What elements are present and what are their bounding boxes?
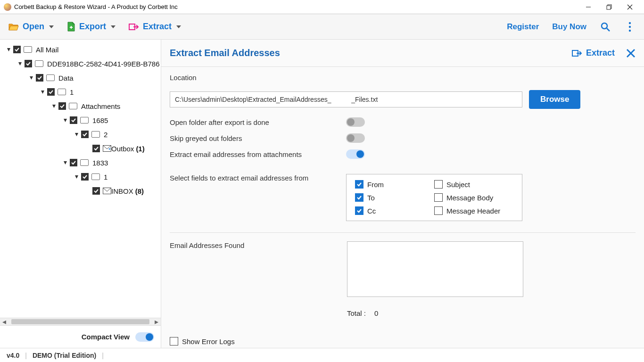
- panel-close-button[interactable]: [626, 49, 636, 58]
- tree-checkbox[interactable]: [25, 60, 32, 67]
- open-menu[interactable]: Open: [8, 22, 54, 32]
- folder-tree[interactable]: All MailDDE918BC-2582-4D41-99EB-B786Data…: [0, 40, 161, 318]
- expand-toggle-icon[interactable]: [28, 75, 34, 81]
- minimize-button[interactable]: [578, 0, 599, 14]
- option-toggle[interactable]: [346, 149, 365, 159]
- item-count: (8): [135, 187, 144, 195]
- tree-checkbox[interactable]: [70, 159, 77, 166]
- register-link[interactable]: Register: [507, 22, 539, 32]
- caret-down-icon: [49, 25, 54, 28]
- scroll-right-icon[interactable]: ▸: [152, 318, 161, 325]
- inbox-icon: [103, 188, 111, 194]
- tree-node[interactable]: 1833: [0, 156, 161, 170]
- scroll-thumb[interactable]: [11, 319, 149, 324]
- tree-node[interactable]: Data: [0, 71, 161, 85]
- tree-checkbox[interactable]: [58, 102, 66, 110]
- svg-point-6: [602, 23, 607, 29]
- expand-toggle-icon[interactable]: [40, 89, 45, 95]
- checkbox-icon: [355, 180, 363, 189]
- tree-node[interactable]: 2: [0, 127, 161, 141]
- outbox-icon: [103, 145, 111, 152]
- tree-horizontal-scrollbar[interactable]: ◂ ▸: [0, 318, 161, 325]
- version-label: v4.0: [7, 352, 19, 359]
- panel-title: Extract Email Addresses: [170, 48, 280, 58]
- tree-node[interactable]: All Mail: [0, 42, 161, 57]
- expand-toggle-icon[interactable]: [51, 103, 57, 109]
- maximize-button[interactable]: [599, 0, 619, 14]
- option-label: Skip greyed out folders: [170, 134, 346, 142]
- folder-tree-sidebar: All MailDDE918BC-2582-4D41-99EB-B786Data…: [0, 40, 161, 348]
- header-extract-label: Extract: [586, 48, 615, 58]
- option-toggle[interactable]: [346, 117, 365, 127]
- svg-rect-2: [607, 6, 611, 9]
- field-checkbox[interactable]: Message Header: [434, 206, 513, 215]
- header-extract-button[interactable]: Extract: [572, 48, 615, 58]
- field-checkbox[interactable]: From: [355, 180, 434, 189]
- field-label: From: [367, 181, 384, 189]
- tree-node[interactable]: 1685: [0, 113, 161, 127]
- tree-node[interactable]: 1: [0, 170, 161, 184]
- folder-icon: [80, 159, 89, 166]
- buy-now-link[interactable]: Buy Now: [552, 22, 586, 32]
- folder-icon: [91, 173, 100, 180]
- field-checkbox[interactable]: Subject: [434, 180, 513, 189]
- folder-icon: [58, 89, 66, 95]
- more-menu[interactable]: [624, 21, 636, 33]
- browse-button[interactable]: Browse: [529, 90, 580, 109]
- tree-node-label: 1833: [92, 159, 108, 167]
- tree-node-label: 1: [104, 173, 107, 181]
- close-window-button[interactable]: [619, 0, 640, 14]
- expand-toggle-icon[interactable]: [74, 132, 79, 137]
- extract-menu[interactable]: Extract: [129, 22, 181, 32]
- tree-checkbox[interactable]: [81, 131, 89, 138]
- location-input[interactable]: [170, 91, 522, 107]
- folder-icon: [24, 46, 32, 53]
- tree-checkbox[interactable]: [81, 173, 89, 181]
- field-label: To: [367, 194, 375, 202]
- tree-checkbox[interactable]: [13, 46, 21, 53]
- extract-label: Extract: [143, 22, 172, 32]
- tree-checkbox[interactable]: [47, 88, 55, 96]
- field-label: Message Body: [446, 194, 493, 202]
- expand-toggle-icon[interactable]: [74, 174, 79, 180]
- checkbox-icon: [355, 206, 363, 215]
- show-error-logs-checkbox[interactable]: Show Error Logs: [170, 337, 235, 346]
- tree-node[interactable]: 1: [0, 85, 161, 99]
- compact-view-label: Compact View: [82, 333, 130, 341]
- field-checkbox[interactable]: Message Body: [434, 193, 513, 202]
- option-row: Extract email addresses from attachments: [170, 149, 636, 159]
- expand-toggle-icon[interactable]: [62, 117, 68, 123]
- tree-node-label: DDE918BC-2582-4D41-99EB-B786: [47, 60, 159, 68]
- tree-checkbox[interactable]: [36, 74, 43, 82]
- svg-line-7: [607, 28, 610, 31]
- tree-node[interactable]: INBOX (8): [0, 184, 161, 198]
- tree-checkbox[interactable]: [92, 145, 100, 152]
- option-toggle[interactable]: [346, 133, 365, 143]
- field-checkbox[interactable]: To: [355, 193, 434, 202]
- field-checkbox[interactable]: Cc: [355, 206, 434, 215]
- option-label: Open folder after export is done: [170, 118, 346, 126]
- tree-node[interactable]: DDE918BC-2582-4D41-99EB-B786: [0, 57, 161, 71]
- tree-node[interactable]: Attachments: [0, 99, 161, 113]
- expand-toggle-icon[interactable]: [62, 160, 68, 165]
- file-export-icon: [67, 22, 75, 32]
- found-addresses-list[interactable]: [347, 241, 523, 297]
- expand-toggle-icon[interactable]: [6, 47, 11, 52]
- fields-checkbox-group: FromSubjectToMessage BodyCcMessage Heade…: [346, 174, 522, 221]
- export-menu[interactable]: Export: [67, 22, 116, 32]
- search-button[interactable]: [600, 21, 611, 33]
- tree-node-label: All Mail: [36, 46, 58, 54]
- compact-view-toggle[interactable]: [135, 332, 154, 342]
- checkbox-icon: [434, 206, 443, 215]
- tree-checkbox[interactable]: [70, 116, 77, 124]
- tree-node-label: Attachments: [81, 102, 120, 110]
- title-bar: Corbett Backup & Restore Wizard - A Prod…: [0, 0, 644, 14]
- panel-header: Extract Email Addresses Extract: [161, 40, 644, 67]
- checkbox-icon: [434, 193, 443, 202]
- edition-label: DEMO (Trial Edition): [33, 352, 96, 359]
- tree-checkbox[interactable]: [92, 187, 100, 195]
- checkbox-icon: [434, 180, 443, 189]
- scroll-left-icon[interactable]: ◂: [0, 318, 8, 325]
- tree-node[interactable]: Outbox (1): [0, 141, 161, 156]
- expand-toggle-icon[interactable]: [17, 61, 23, 66]
